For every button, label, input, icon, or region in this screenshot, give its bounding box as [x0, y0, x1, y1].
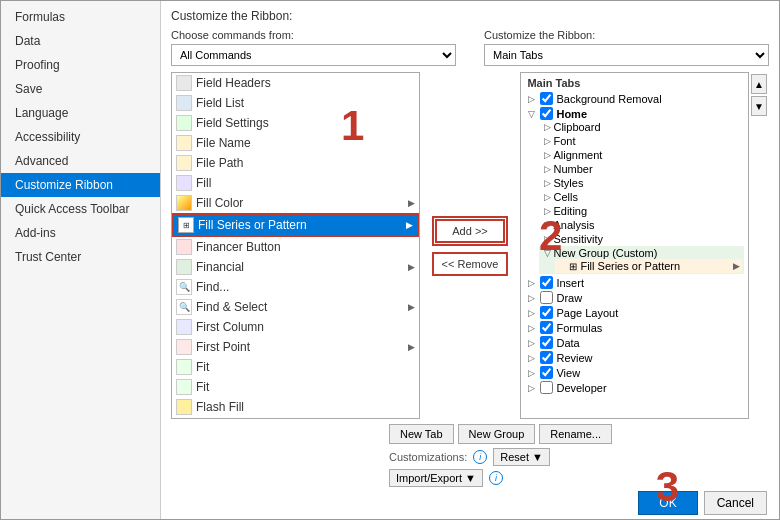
move-up-button[interactable]: ▲	[751, 74, 767, 94]
expand-icon[interactable]: ▷	[541, 219, 553, 231]
tree-item-data[interactable]: ▷ Data	[523, 335, 746, 350]
list-item[interactable]: Financer Button	[172, 237, 419, 257]
ribbon-tree[interactable]: Main Tabs ▷ Background Removal	[520, 72, 749, 419]
expand-icon[interactable]: ▷	[525, 307, 537, 319]
tree-item-font[interactable]: ▷ Font	[539, 134, 744, 148]
tree-item-review[interactable]: ▷ Review	[523, 350, 746, 365]
list-item[interactable]: Field Headers	[172, 73, 419, 93]
list-item[interactable]: File Name	[172, 133, 419, 153]
sidebar-item-language[interactable]: Language	[1, 101, 160, 125]
list-item[interactable]: Field Settings	[172, 113, 419, 133]
tree-item-developer[interactable]: ▷ Developer	[523, 380, 746, 395]
reset-button[interactable]: Reset ▼	[493, 448, 550, 466]
tree-item-analysis[interactable]: ▷ Analysis	[539, 218, 744, 232]
tree-checkbox[interactable]	[540, 351, 553, 364]
tree-item-alignment[interactable]: ▷ Alignment	[539, 148, 744, 162]
tree-item-draw[interactable]: ▷ Draw	[523, 290, 746, 305]
new-group-button[interactable]: New Group	[458, 424, 536, 444]
tree-checkbox[interactable]	[540, 336, 553, 349]
lists-area: Field Headers Field List Field Settings	[171, 72, 769, 419]
bottom-tab-buttons-row: New Tab New Group Rename...	[171, 424, 769, 444]
tree-item-page-layout[interactable]: ▷ Page Layout	[523, 305, 746, 320]
tree-item-background-removal[interactable]: ▷ Background Removal	[523, 91, 746, 106]
expand-icon[interactable]: ▷	[525, 292, 537, 304]
import-export-button[interactable]: Import/Export ▼	[389, 469, 483, 487]
expand-icon[interactable]: ▷	[525, 352, 537, 364]
tree-checkbox[interactable]	[540, 92, 553, 105]
sidebar-item-quick-access[interactable]: Quick Access Toolbar	[1, 197, 160, 221]
tree-item-new-group[interactable]: ▽ New Group (Custom)	[539, 246, 744, 274]
tree-item-view[interactable]: ▷ View	[523, 365, 746, 380]
list-item[interactable]: 🔍 Find & Select ▶	[172, 297, 419, 317]
sidebar-item-accessibility[interactable]: Accessibility	[1, 125, 160, 149]
tree-checkbox[interactable]	[540, 366, 553, 379]
list-item[interactable]: Flash Fill	[172, 397, 419, 417]
tree-checkbox[interactable]	[540, 306, 553, 319]
expand-icon[interactable]: ▷	[525, 322, 537, 334]
home-children: ▷ Clipboard ▷ Font	[539, 120, 744, 274]
ok-button[interactable]: OK	[638, 491, 697, 515]
expand-icon[interactable]: ▷	[541, 233, 553, 245]
sidebar-item-data[interactable]: Data	[1, 29, 160, 53]
expand-icon[interactable]: ▷	[541, 163, 553, 175]
tree-item-editing[interactable]: ▷ Editing	[539, 204, 744, 218]
new-tab-button[interactable]: New Tab	[389, 424, 454, 444]
list-item[interactable]: Fit	[172, 377, 419, 397]
list-item[interactable]: Financial ▶	[172, 257, 419, 277]
tree-item-formulas[interactable]: ▷ Formulas	[523, 320, 746, 335]
cancel-button[interactable]: Cancel	[704, 491, 767, 515]
ribbon-dropdown[interactable]: Main Tabs	[484, 44, 769, 66]
list-item[interactable]: Fit	[172, 357, 419, 377]
list-item[interactable]: Flip Horizontal	[172, 417, 419, 419]
sidebar-item-customize-ribbon[interactable]: Customize Ribbon	[1, 173, 160, 197]
commands-list[interactable]: Field Headers Field List Field Settings	[171, 72, 420, 419]
tree-checkbox[interactable]	[540, 276, 553, 289]
sidebar-item-proofing[interactable]: Proofing	[1, 53, 160, 77]
sidebar-item-advanced[interactable]: Advanced	[1, 149, 160, 173]
tree-checkbox[interactable]	[540, 321, 553, 334]
tree-item-fill-series[interactable]: ⊞ Fill Series or Pattern ▶	[555, 259, 742, 273]
expand-icon[interactable]: ▽	[541, 247, 553, 259]
rename-button[interactable]: Rename...	[539, 424, 612, 444]
expand-icon[interactable]: ▷	[525, 277, 537, 289]
tree-item-styles[interactable]: ▷ Styles	[539, 176, 744, 190]
commands-dropdown[interactable]: All Commands	[171, 44, 456, 66]
expand-icon[interactable]: ▷	[525, 367, 537, 379]
list-item[interactable]: Fill	[172, 173, 419, 193]
sidebar-item-save[interactable]: Save	[1, 77, 160, 101]
expand-icon[interactable]: ▷	[525, 382, 537, 394]
tree-item-cells[interactable]: ▷ Cells	[539, 190, 744, 204]
list-item[interactable]: Fill Color ▶	[172, 193, 419, 213]
customizations-info-icon[interactable]: i	[473, 450, 487, 464]
expand-icon[interactable]: ▷	[541, 121, 553, 133]
sidebar-item-add-ins[interactable]: Add-ins	[1, 221, 160, 245]
expand-icon[interactable]: ▷	[541, 205, 553, 217]
expand-icon[interactable]: ▷	[541, 135, 553, 147]
list-item[interactable]: First Column	[172, 317, 419, 337]
fill-series-item[interactable]: ⊞ Fill Series or Pattern ▶	[172, 213, 419, 237]
list-item[interactable]: First Point ▶	[172, 337, 419, 357]
expand-icon[interactable]: ▽	[525, 108, 537, 120]
tree-checkbox[interactable]	[540, 291, 553, 304]
expand-icon[interactable]: ▷	[541, 149, 553, 161]
tree-item-home[interactable]: ▽ Home ▷ Clipboard	[523, 106, 746, 275]
remove-button[interactable]: << Remove	[432, 252, 509, 276]
tree-checkbox[interactable]	[540, 381, 553, 394]
tree-checkbox[interactable]	[540, 107, 553, 120]
expand-icon[interactable]: ▷	[525, 93, 537, 105]
list-item[interactable]: Field List	[172, 93, 419, 113]
sidebar-item-formulas[interactable]: Formulas	[1, 5, 160, 29]
list-item[interactable]: File Path	[172, 153, 419, 173]
expand-icon[interactable]: ▷	[541, 177, 553, 189]
import-export-info-icon[interactable]: i	[489, 471, 503, 485]
sidebar-item-trust-center[interactable]: Trust Center	[1, 245, 160, 269]
tree-item-insert[interactable]: ▷ Insert	[523, 275, 746, 290]
tree-item-clipboard[interactable]: ▷ Clipboard	[539, 120, 744, 134]
list-item[interactable]: 🔍 Find...	[172, 277, 419, 297]
tree-item-number[interactable]: ▷ Number	[539, 162, 744, 176]
move-down-button[interactable]: ▼	[751, 96, 767, 116]
expand-icon[interactable]: ▷	[541, 191, 553, 203]
tree-item-sensitivity[interactable]: ▷ Sensitivity	[539, 232, 744, 246]
expand-icon[interactable]: ▷	[525, 337, 537, 349]
add-button[interactable]: Add >>	[435, 219, 505, 243]
